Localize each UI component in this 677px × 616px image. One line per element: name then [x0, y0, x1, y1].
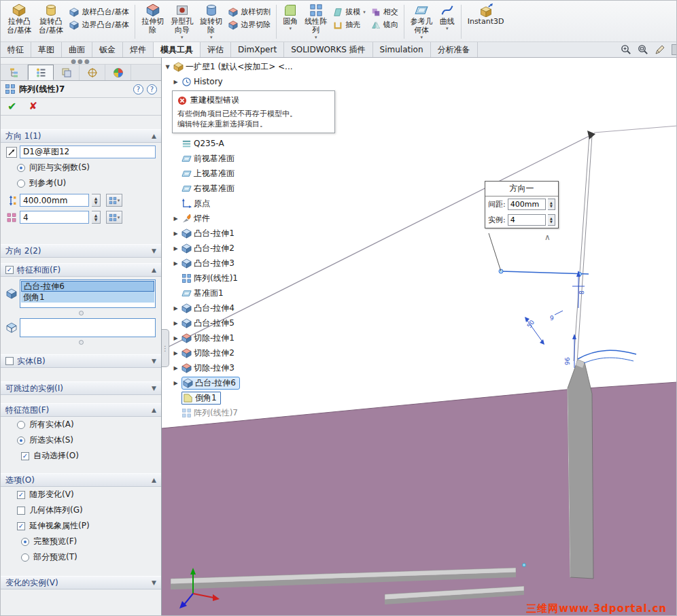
expand-arrow-icon[interactable]: ▶: [172, 216, 179, 222]
auto-select-checkbox-row[interactable]: ✓ 自动选择(O): [1, 448, 161, 464]
intersect-button[interactable]: 相交: [371, 7, 398, 17]
sketch-point[interactable]: [523, 564, 526, 567]
expand-arrow-icon[interactable]: ▼: [164, 64, 171, 70]
panel-resize-grip[interactable]: ●●●: [1, 58, 161, 64]
expand-arrow-icon[interactable]: ▶: [172, 350, 179, 356]
extrude-cut-button[interactable]: 拉伸切 除: [138, 2, 167, 41]
ok-button[interactable]: ✔: [7, 101, 16, 112]
collapse-preview-arrow[interactable]: ∧: [544, 233, 551, 242]
selected-bodies-radio[interactable]: 所选实体(S): [1, 432, 161, 448]
section-direction2-header[interactable]: 方向 2(2) ▼: [1, 244, 161, 258]
configurationmanager-tab[interactable]: [54, 65, 80, 80]
zoom-area-button[interactable]: [638, 44, 648, 55]
help-icon[interactable]: ?: [147, 84, 157, 95]
listbox-resize-grip[interactable]: [79, 340, 84, 345]
tree-item-top-plane[interactable]: 上视基准面: [164, 166, 381, 181]
dimension-offset[interactable]: 9: [550, 311, 563, 322]
list-item[interactable]: 凸台-拉伸6: [21, 281, 154, 292]
revolve-cut-button[interactable]: 旋转切 除 ▾: [196, 2, 226, 41]
tree-item-plane1[interactable]: 基准面1: [164, 286, 381, 301]
tab-sketch[interactable]: 草图: [31, 42, 62, 57]
dropdown-caret-icon[interactable]: ▾: [420, 35, 423, 40]
curves-button[interactable]: 曲线 ▾: [436, 2, 458, 41]
callout-count-spinner[interactable]: ▲▼: [548, 214, 555, 226]
bodies-checkbox[interactable]: [5, 357, 14, 365]
sketch-line[interactable]: [499, 269, 589, 276]
annotation-pen-button[interactable]: [655, 44, 665, 55]
extrude-boss-button[interactable]: 拉伸凸 台/基体: [3, 2, 35, 41]
boundary-cut-button[interactable]: 边界切除: [228, 20, 271, 30]
expand-arrow-icon[interactable]: ▶: [172, 365, 179, 371]
mirror-button[interactable]: 镜向: [371, 20, 398, 30]
section-feature-scope-header[interactable]: 特征范围(F) ▲: [1, 403, 161, 417]
geometry-pattern-checkbox[interactable]: [17, 507, 25, 515]
tree-item-history[interactable]: ▶ History: [164, 74, 381, 89]
featuremanager-tab[interactable]: [2, 65, 28, 80]
features-faces-checkbox[interactable]: ✓: [5, 266, 14, 274]
dimxpertmanager-tab[interactable]: [80, 65, 105, 80]
tree-item-front-plane[interactable]: 前视基准面: [164, 151, 381, 166]
tree-item-right-plane[interactable]: 右视基准面: [164, 181, 381, 196]
expand-arrow-icon[interactable]: ▶: [172, 380, 179, 386]
expand-arrow-icon[interactable]: ▶: [172, 335, 179, 341]
spacing-input[interactable]: [20, 194, 89, 207]
tree-item-weldment[interactable]: ▶ 焊件: [164, 211, 381, 226]
callout-count-input[interactable]: [508, 214, 546, 226]
propagate-visual-checkbox-row[interactable]: ✓ 延伸视象属性(P): [1, 518, 161, 534]
direction1-callout[interactable]: 方向一 间距: ▲▼ 实例: ▲▼: [485, 181, 559, 228]
tree-item-boss-extrude4[interactable]: ▶ 凸台-拉伸4: [164, 301, 381, 315]
dropdown-caret-icon[interactable]: ▾: [315, 35, 317, 40]
full-preview-radio[interactable]: 完整预览(F): [1, 534, 161, 549]
tree-item-boss-extrude2[interactable]: ▶ 凸台-拉伸2: [164, 241, 381, 256]
tree-item-boss-extrude6[interactable]: ▶ 凸台-拉伸6: [164, 375, 381, 390]
sketch-arcs[interactable]: [578, 350, 636, 363]
tab-evaluate[interactable]: 评估: [201, 42, 231, 57]
tree-item-pattern7[interactable]: 阵列(线性)7: [164, 405, 381, 420]
shell-button[interactable]: 抽壳: [333, 20, 366, 30]
loft-cut-button[interactable]: 放样切割: [228, 7, 271, 17]
tab-features[interactable]: 特征: [1, 42, 31, 57]
spacing-link-button[interactable]: ▾: [106, 194, 122, 207]
zoom-in-button[interactable]: [621, 44, 631, 55]
tree-root-item[interactable]: ▼ 一扩壁1 (默认<按加工> <...: [164, 59, 381, 74]
linear-pattern-button[interactable]: 线性阵 列 ▾: [301, 2, 330, 41]
dimension-height[interactable]: 96: [564, 334, 576, 368]
tree-item-boss-extrude3[interactable]: ▶ 凸台-拉伸3: [164, 256, 381, 271]
spacing-instances-radio[interactable]: 间距与实例数(S): [1, 160, 161, 175]
tab-dimxpert[interactable]: DimXpert: [231, 42, 284, 57]
tab-simulation[interactable]: Simulation: [373, 42, 431, 57]
dropdown-caret-icon[interactable]: ▾: [181, 35, 184, 40]
expand-arrow-icon[interactable]: ▶: [172, 260, 179, 267]
reference-geometry-button[interactable]: 参考几 何体 ▾: [407, 2, 436, 41]
tab-solidworks-addins[interactable]: SOLIDWORKS 插件: [284, 42, 372, 57]
tab-sheet-metal[interactable]: 钣金: [92, 42, 123, 57]
revolve-boss-button[interactable]: 旋转凸 台/基体: [35, 2, 67, 41]
vary-sketch-checkbox[interactable]: ✓: [17, 491, 25, 499]
graphics-viewport[interactable]: 8 9 50 96: [162, 58, 677, 616]
tree-item-boss-extrude5[interactable]: ▶ 凸台-拉伸5: [164, 315, 381, 330]
dropdown-caret-icon[interactable]: ▾: [210, 35, 213, 40]
whats-this-icon[interactable]: ?: [133, 84, 143, 95]
expand-arrow-icon[interactable]: ▶: [172, 79, 179, 85]
callout-spacing-spinner[interactable]: ▲▼: [548, 199, 555, 210]
boundary-boss-button[interactable]: 边界凸台/基体: [69, 20, 129, 30]
panel-splitter-handle[interactable]: ⋮: [162, 329, 169, 367]
propagate-visual-checkbox[interactable]: ✓: [17, 522, 25, 530]
expand-arrow-icon[interactable]: ▶: [172, 230, 179, 237]
section-features-faces-header[interactable]: ✓ 特征和面(F) ▲: [1, 263, 161, 277]
tree-item-origin[interactable]: 原点: [164, 196, 381, 211]
hole-wizard-button[interactable]: 异型孔 向导 ▾: [167, 2, 196, 41]
tree-item-pattern1[interactable]: 阵列(线性)1: [164, 271, 381, 286]
tab-surfaces[interactable]: 曲面: [62, 42, 92, 57]
auto-select-checkbox[interactable]: ✓: [21, 452, 29, 460]
tree-item-cut-extrude2[interactable]: ▶ 切除-拉伸2: [164, 345, 381, 360]
up-to-reference-radio[interactable]: 到参考(U): [1, 175, 161, 191]
instance-count-input[interactable]: [20, 211, 89, 224]
fillet-button[interactable]: 圆角 ▾: [279, 2, 301, 41]
dimension-length[interactable]: 50: [525, 317, 544, 345]
rib-plate[interactable]: [568, 360, 593, 579]
dropdown-caret-icon[interactable]: ▾: [446, 26, 449, 31]
tree-item-cut-extrude3[interactable]: ▶ 切除-拉伸3: [164, 360, 381, 375]
section-skipped-instances-header[interactable]: 可跳过的实例(I) ▼: [1, 381, 161, 395]
cancel-button[interactable]: ✘: [29, 101, 37, 112]
